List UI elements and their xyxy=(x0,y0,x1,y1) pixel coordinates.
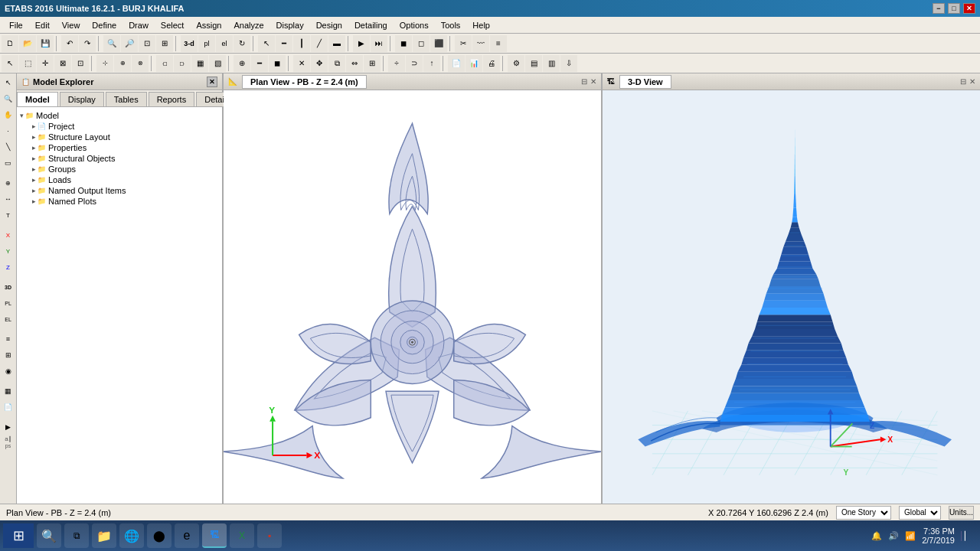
lt-pan[interactable]: ✋ xyxy=(1,107,16,122)
tb-delete[interactable]: ✕ xyxy=(293,55,310,72)
menu-detailing[interactable]: Detailing xyxy=(348,19,394,31)
tb-draw-brace[interactable]: ╱ xyxy=(311,35,328,52)
plan-view-undock[interactable]: ⊟ xyxy=(581,77,587,86)
taskbar-ie[interactable]: 🌐 xyxy=(119,523,144,548)
menu-design[interactable]: Design xyxy=(310,19,348,31)
menu-help[interactable]: Help xyxy=(466,19,496,31)
tb-run[interactable]: ▶ xyxy=(353,35,370,52)
lt-snap[interactable]: ⊕ xyxy=(1,175,16,191)
tb-mirror[interactable]: ⇔ xyxy=(346,55,363,72)
lt-draw-area[interactable]: ▭ xyxy=(1,155,16,171)
lt-assign[interactable]: ⊞ xyxy=(1,347,16,363)
tb-zoomout[interactable]: 🔎 xyxy=(121,35,138,52)
tb-move[interactable]: ✥ xyxy=(311,55,328,72)
tb-draw-wall[interactable]: ▬ xyxy=(328,35,345,52)
tb-merge[interactable]: ⊃ xyxy=(406,55,423,72)
lt-draw-line[interactable]: ╲ xyxy=(1,139,16,155)
lt-report2[interactable]: 📄 xyxy=(1,399,16,415)
start-button[interactable]: ⊞ xyxy=(3,523,34,548)
taskbar-explorer[interactable]: 📁 xyxy=(92,523,116,548)
tb-pointer[interactable]: ↖ xyxy=(2,55,18,72)
tb-section-cut[interactable]: ✂ xyxy=(455,35,472,52)
close-button[interactable]: ✕ xyxy=(963,3,975,14)
tb-prop-3[interactable]: ▦ xyxy=(191,55,208,72)
tb-draw-beam[interactable]: ━ xyxy=(276,35,292,52)
tb-prop-4[interactable]: ▧ xyxy=(209,55,226,72)
plan-view-close[interactable]: ✕ xyxy=(590,77,596,86)
view-3d-close[interactable]: ✕ xyxy=(969,77,975,86)
taskbar-volume[interactable]: 🔊 xyxy=(888,531,899,541)
menu-select[interactable]: Select xyxy=(155,19,191,31)
menu-analyze[interactable]: Analyze xyxy=(227,19,270,31)
menu-edit[interactable]: Edit xyxy=(29,19,56,31)
taskbar-etabs[interactable]: 🏗 xyxy=(202,523,227,548)
view-3d-canvas[interactable]: X Y Z xyxy=(603,90,980,504)
lt-display2[interactable]: ◉ xyxy=(1,364,16,379)
tb-save[interactable]: 💾 xyxy=(37,35,54,52)
explorer-tab-tables[interactable]: Tables xyxy=(106,92,147,106)
tree-structure-layout[interactable]: ▸ 📁 Structure Layout xyxy=(32,132,219,142)
tb-intersect[interactable]: ✛ xyxy=(37,55,54,72)
view-3d-undock[interactable]: ⊟ xyxy=(960,77,966,86)
tb-display-wire[interactable]: ◻ xyxy=(413,35,430,52)
menu-define[interactable]: Define xyxy=(86,19,122,31)
explorer-tab-display[interactable]: Display xyxy=(60,92,104,106)
tree-named-output[interactable]: ▸ 📁 Named Output Items xyxy=(32,185,219,196)
tb-snap-line[interactable]: ⊗ xyxy=(132,55,149,72)
lt-plan-view[interactable]: PL xyxy=(1,295,16,311)
lt-property[interactable]: ≡ xyxy=(1,331,16,347)
story-select[interactable]: One Story All Stories xyxy=(836,506,891,520)
units-button[interactable]: Units... xyxy=(949,506,974,520)
plan-view-tab[interactable]: Plan View - PB - Z = 2.4 (m) xyxy=(242,75,367,89)
tb-elev[interactable]: el xyxy=(216,35,233,52)
tree-groups[interactable]: ▸ 📁 Groups xyxy=(32,164,219,174)
lt-yaxis[interactable]: Y xyxy=(1,243,16,259)
tb-undo[interactable]: ↶ xyxy=(61,35,78,52)
menu-view[interactable]: View xyxy=(56,19,87,31)
tb-print[interactable]: 🖨 xyxy=(483,55,500,72)
tb-snap-grid[interactable]: ⊹ xyxy=(96,55,113,72)
taskbar-task-view[interactable]: ⧉ xyxy=(64,523,89,548)
view-3d-tab[interactable]: 3-D View xyxy=(619,75,671,89)
lt-draw-pt[interactable]: · xyxy=(1,123,16,139)
tb-prop-1[interactable]: ⟤ xyxy=(156,55,173,72)
lt-select[interactable]: ↖ xyxy=(1,75,16,90)
tb-prop-2[interactable]: ⟥ xyxy=(174,55,191,72)
menu-display[interactable]: Display xyxy=(270,19,310,31)
taskbar-excel[interactable]: X xyxy=(230,523,254,548)
taskbar-notification[interactable]: 🔔 xyxy=(871,531,882,541)
tb-zoomin[interactable]: 🔍 xyxy=(103,35,120,52)
tb-deformed[interactable]: 〰 xyxy=(472,35,489,52)
menu-options[interactable]: Options xyxy=(394,19,435,31)
tb-table[interactable]: 📊 xyxy=(466,55,482,72)
lt-run2[interactable]: ▶ xyxy=(1,419,16,435)
tb-settings[interactable]: ⚙ xyxy=(508,55,524,72)
lt-zaxis[interactable]: Z xyxy=(1,259,16,275)
menu-file[interactable]: File xyxy=(3,19,29,31)
taskbar-show-desktop[interactable]: ▏ xyxy=(961,531,971,541)
tb-plan[interactable]: pl xyxy=(198,35,215,52)
tb-rotate[interactable]: ↻ xyxy=(234,35,250,52)
tb-materials[interactable]: ▤ xyxy=(525,55,542,72)
menu-tools[interactable]: Tools xyxy=(435,19,467,31)
tree-structural-objects[interactable]: ▸ 📁 Structural Objects xyxy=(32,153,219,164)
tree-named-plots[interactable]: ▸ 📁 Named Plots xyxy=(32,196,219,207)
tb-select-mode[interactable]: ↖ xyxy=(258,35,275,52)
tree-root[interactable]: ▾ 📁 Model xyxy=(20,110,219,121)
lt-3d-view[interactable]: 3D xyxy=(1,279,16,295)
tb-open[interactable]: 📂 xyxy=(19,35,36,52)
explorer-tab-model[interactable]: Model xyxy=(17,92,58,106)
lt-measure[interactable]: ↔ xyxy=(1,191,16,207)
lt-xaxis[interactable]: X xyxy=(1,227,16,243)
menu-draw[interactable]: Draw xyxy=(122,19,155,31)
tb-zoom-box[interactable]: ⊞ xyxy=(156,35,173,52)
tb-loads2[interactable]: ⇩ xyxy=(560,55,577,72)
tb-all[interactable]: ⊠ xyxy=(54,55,71,72)
tb-sections[interactable]: ▥ xyxy=(543,55,560,72)
explorer-close[interactable]: ✕ xyxy=(207,77,217,87)
tree-properties[interactable]: ▸ 📁 Properties xyxy=(32,142,219,153)
taskbar-search[interactable]: 🔍 xyxy=(37,523,61,548)
tb-display-extrude[interactable]: ⬛ xyxy=(430,35,447,52)
taskbar-edge[interactable]: e xyxy=(175,523,199,548)
tb-display-mode[interactable]: ◼ xyxy=(395,35,412,52)
